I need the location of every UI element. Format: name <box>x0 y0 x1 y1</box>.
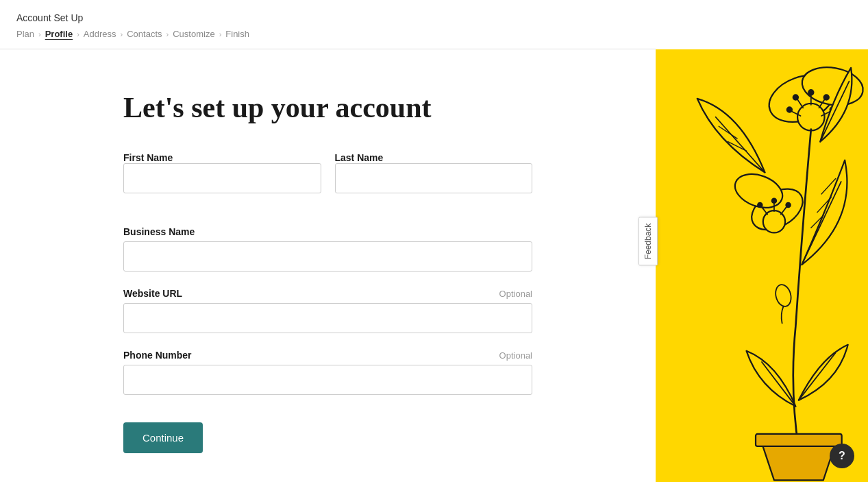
first-name-group: First Name <box>123 152 321 193</box>
name-row: First Name Last Name <box>123 152 532 210</box>
website-url-input[interactable] <box>123 303 532 333</box>
svg-point-8 <box>793 95 798 99</box>
page-title-header: Account Set Up <box>16 12 639 23</box>
breadcrumb-plan[interactable]: Plan <box>16 29 34 39</box>
last-name-input[interactable] <box>335 163 533 193</box>
main-content: Let's set up your account First Name Las… <box>0 49 656 482</box>
phone-number-group: Phone Number Optional <box>123 350 532 395</box>
svg-point-6 <box>824 95 829 99</box>
first-name-input[interactable] <box>123 163 321 193</box>
svg-point-24 <box>758 203 762 207</box>
layout: Let's set up your account First Name Las… <box>0 49 868 482</box>
breadcrumb-sep-4: › <box>166 30 169 38</box>
flower-illustration <box>656 49 868 482</box>
breadcrumb-contacts[interactable]: Contacts <box>127 29 162 39</box>
phone-number-optional: Optional <box>499 350 532 361</box>
right-panel <box>656 49 868 482</box>
svg-line-13 <box>716 117 765 173</box>
last-name-label: Last Name <box>335 152 533 163</box>
breadcrumb-finish[interactable]: Finish <box>225 29 249 39</box>
breadcrumb-sep-2: › <box>77 30 79 38</box>
website-url-label: Website URL <box>123 288 182 299</box>
breadcrumb: Plan › Profile › Address › Contacts › Cu… <box>16 29 639 49</box>
breadcrumb-sep-1: › <box>38 30 41 38</box>
svg-point-32 <box>773 283 793 309</box>
phone-number-label: Phone Number <box>123 350 192 361</box>
svg-point-22 <box>786 203 790 207</box>
phone-number-label-row: Phone Number Optional <box>123 350 532 361</box>
breadcrumb-customize[interactable]: Customize <box>173 29 214 39</box>
breadcrumb-address[interactable]: Address <box>84 29 116 39</box>
business-name-group: Business Name <box>123 226 532 272</box>
svg-point-4 <box>808 90 813 95</box>
breadcrumb-sep-3: › <box>121 30 123 38</box>
breadcrumb-sep-5: › <box>219 30 222 38</box>
website-url-group: Website URL Optional <box>123 288 532 333</box>
first-name-label: First Name <box>123 152 321 163</box>
svg-rect-29 <box>756 434 842 446</box>
phone-number-input[interactable] <box>123 365 532 395</box>
account-form: First Name Last Name Business Name <box>123 152 532 453</box>
help-button[interactable]: ? <box>830 444 854 468</box>
website-url-label-row: Website URL Optional <box>123 288 532 299</box>
business-name-label: Business Name <box>123 226 195 237</box>
svg-point-20 <box>772 199 776 203</box>
svg-point-2 <box>797 104 824 130</box>
feedback-tab[interactable]: Feedback <box>638 217 658 265</box>
breadcrumb-profile[interactable]: Profile <box>45 29 73 39</box>
business-name-input[interactable] <box>123 241 532 272</box>
feedback-label[interactable]: Feedback <box>638 217 658 265</box>
header: Account Set Up Plan › Profile › Address … <box>0 0 656 49</box>
continue-button[interactable]: Continue <box>123 422 203 453</box>
svg-point-12 <box>787 107 792 112</box>
business-name-label-row: Business Name <box>123 226 532 237</box>
website-url-optional: Optional <box>499 289 532 299</box>
page-heading: Let's set up your account <box>123 91 532 125</box>
last-name-group: Last Name <box>335 152 533 193</box>
